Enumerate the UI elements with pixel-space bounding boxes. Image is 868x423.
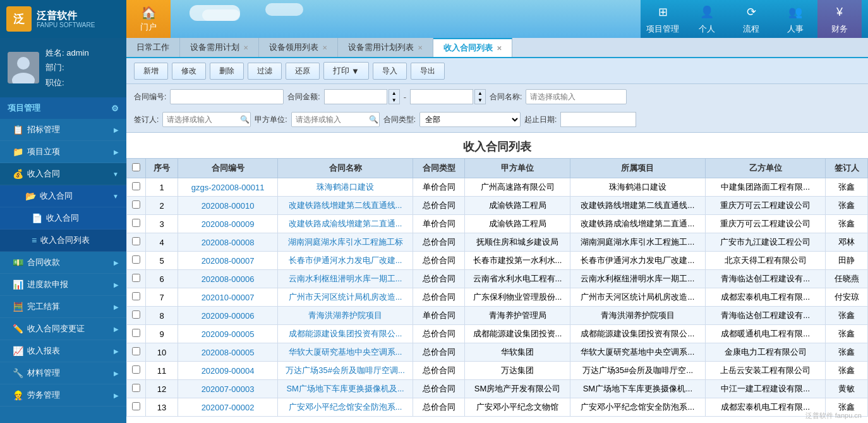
spin-down-2[interactable]: ▼: [475, 97, 485, 104]
cell-no[interactable]: 202008-00008: [178, 233, 278, 252]
cell-name[interactable]: 广安邓小平纪念馆安全防泡系...: [277, 398, 413, 417]
cell-no[interactable]: 202008-00005: [178, 343, 278, 362]
table-row[interactable]: 11 202009-00004 万达广场35#会所及咖啡厅空调... 总价合同 …: [127, 362, 868, 380]
row-checkbox[interactable]: [132, 219, 140, 227]
header-checkbox[interactable]: [132, 163, 140, 171]
cell-no[interactable]: gzgs-202008-00011: [178, 178, 278, 197]
table-row[interactable]: 5 202008-00007 长春市伊通河水力发电厂改建... 总价合同 长春市…: [127, 252, 868, 270]
signer-search-button[interactable]: 🔍: [240, 115, 250, 124]
nav-home-button[interactable]: 🏠 门户: [126, 0, 171, 38]
spin-up-2[interactable]: ▲: [475, 90, 485, 97]
cell-name[interactable]: 改建铁路线增建第二线直通线...: [277, 197, 413, 215]
spin-down[interactable]: ▼: [389, 97, 399, 104]
tab-equipment-plan[interactable]: 设备需用计划 ✕: [180, 38, 259, 57]
nav-finance[interactable]: ¥ 财务: [817, 0, 862, 38]
cell-no[interactable]: 202009-00004: [178, 362, 278, 380]
party-a-search-button[interactable]: 🔍: [369, 115, 378, 124]
contract-type-select[interactable]: 全部 单价合同 总价合同: [419, 112, 521, 127]
cell-no[interactable]: 202008-00010: [178, 197, 278, 215]
settings-icon[interactable]: ⚙: [111, 104, 119, 113]
add-button[interactable]: 新增: [134, 63, 168, 80]
row-checkbox[interactable]: [132, 292, 140, 300]
cell-no[interactable]: 202008-00006: [178, 270, 278, 288]
cell-name[interactable]: 青海洪湖养护院项目: [277, 307, 413, 325]
nav-personal[interactable]: 👤 个人: [685, 0, 729, 38]
contract-no-input[interactable]: [170, 89, 284, 104]
nav-flow[interactable]: ⟳ 流程: [729, 0, 773, 38]
table-row[interactable]: 9 202009-00005 成都能源建设集团投资有限公... 总价合同 成都能…: [127, 325, 868, 343]
export-button[interactable]: 导出: [411, 63, 445, 80]
row-checkbox[interactable]: [132, 255, 140, 264]
table-row[interactable]: 4 202008-00008 湖南洞庭湖水库引水工程施工标 总价合同 抚顺住房和…: [127, 233, 868, 252]
row-checkbox[interactable]: [132, 329, 140, 337]
sidebar-item-labor-mgmt[interactable]: 👷 劳务管理 ▶: [0, 384, 126, 407]
table-row[interactable]: 10 202008-00005 华软大厦研究基地中央空调系... 总价合同 华软…: [127, 343, 868, 362]
tab-equipment-plan-list[interactable]: 设备需用计划列表 ✕: [338, 38, 433, 57]
sidebar-item-income-contract[interactable]: 💰 收入合同 ▼: [0, 163, 126, 185]
date-input[interactable]: [560, 112, 636, 127]
cell-name[interactable]: 湖南洞庭湖水库引水工程施工标: [277, 233, 413, 252]
row-checkbox[interactable]: [132, 384, 140, 392]
sidebar-item-project-setup[interactable]: 📁 项目立项 ▶: [0, 141, 126, 163]
edit-button[interactable]: 修改: [172, 63, 206, 80]
amount-to-input[interactable]: [410, 89, 473, 104]
cell-no[interactable]: 202007-00003: [178, 380, 278, 398]
nav-hr[interactable]: 👥 人事: [773, 0, 817, 38]
import-button[interactable]: 导入: [373, 63, 407, 80]
cell-name[interactable]: 云南水利枢纽潜明水库一期工...: [277, 270, 413, 288]
sidebar-item-income-contract-sub2[interactable]: 📄 收入合同: [0, 207, 126, 230]
sidebar-item-final-account[interactable]: 🧮 完工结算 ▶: [0, 296, 126, 318]
row-checkbox[interactable]: [132, 402, 140, 410]
cell-name[interactable]: 广州市天河区统计局机房改造...: [277, 288, 413, 307]
tab-equipment-plan-list-close[interactable]: ✕: [418, 44, 423, 51]
row-checkbox[interactable]: [132, 200, 140, 209]
cell-name[interactable]: 长春市伊通河水力发电厂改建...: [277, 252, 413, 270]
cell-name[interactable]: 改建铁路成渝线增建第二直通...: [277, 215, 413, 233]
table-row[interactable]: 6 202008-00006 云南水利枢纽潜明水库一期工... 总价合同 云南省…: [127, 270, 868, 288]
sidebar-item-material-mgmt[interactable]: 🔧 材料管理 ▶: [0, 362, 126, 384]
cell-name[interactable]: 珠海鹤港口建设: [277, 178, 413, 197]
table-row[interactable]: 3 202008-00009 改建铁路成渝线增建第二直通... 单价合同 成渝铁…: [127, 215, 868, 233]
sidebar-item-progress-claim[interactable]: 📊 进度款申报 ▶: [0, 274, 126, 296]
cell-name[interactable]: 华软大厦研究基地中央空调系...: [277, 343, 413, 362]
amount-from-input[interactable]: [324, 89, 387, 104]
sidebar-item-income-report[interactable]: 📈 收入报表 ▶: [0, 340, 126, 362]
delete-button[interactable]: 删除: [210, 63, 244, 80]
sidebar-item-income-contract-sub1[interactable]: 📂 收入合同 ▼: [0, 185, 126, 207]
table-row[interactable]: 13 202007-00002 广安邓小平纪念馆安全防泡系... 总价合同 广安…: [127, 398, 868, 417]
tab-equipment-claim[interactable]: 设备领用列表 ✕: [259, 38, 338, 57]
tab-equipment-plan-close[interactable]: ✕: [243, 44, 248, 51]
table-row[interactable]: 8 202009-00006 青海洪湖养护院项目 单价合同 青海养护管理局 青海…: [127, 307, 868, 325]
contract-name-input[interactable]: [526, 89, 627, 104]
signer-input[interactable]: [162, 112, 251, 127]
cell-name[interactable]: 万达广场35#会所及咖啡厅空调...: [277, 362, 413, 380]
sidebar-item-income-contract-list[interactable]: ≡ 收入合同列表: [0, 230, 126, 252]
row-checkbox[interactable]: [132, 347, 140, 355]
party-a-input[interactable]: [291, 112, 380, 127]
table-row[interactable]: 12 202007-00003 SM广场地下车库更换摄像机及... 总价合同 S…: [127, 380, 868, 398]
cell-no[interactable]: 202008-00007: [178, 252, 278, 270]
cell-name[interactable]: 成都能源建设集团投资有限公...: [277, 325, 413, 343]
cell-name[interactable]: SM广场地下车库更换摄像机及...: [277, 380, 413, 398]
row-checkbox[interactable]: [132, 365, 140, 374]
nav-project[interactable]: ⊞ 项目管理: [641, 0, 685, 38]
filter-button[interactable]: 过滤: [248, 63, 282, 80]
tab-income-contract-list[interactable]: 收入合同列表 ✕: [433, 38, 512, 57]
print-button[interactable]: 打印 ▼: [323, 62, 369, 80]
cell-no[interactable]: 202010-00007: [178, 288, 278, 307]
row-checkbox[interactable]: [132, 274, 140, 282]
tab-income-contract-list-close[interactable]: ✕: [497, 45, 502, 52]
spin-up[interactable]: ▲: [389, 90, 399, 97]
cell-no[interactable]: 202009-00005: [178, 325, 278, 343]
cell-no[interactable]: 202009-00006: [178, 307, 278, 325]
row-checkbox[interactable]: [132, 182, 140, 190]
table-row[interactable]: 7 202010-00007 广州市天河区统计局机房改造... 总价合同 广东保…: [127, 288, 868, 307]
tab-daily[interactable]: 日常工作: [126, 38, 180, 57]
row-checkbox[interactable]: [132, 310, 140, 319]
tab-equipment-claim-close[interactable]: ✕: [322, 44, 327, 51]
row-checkbox[interactable]: [132, 237, 140, 245]
restore-button[interactable]: 还原: [286, 63, 320, 80]
table-row[interactable]: 1 gzgs-202008-00011 珠海鹤港口建设 单价合同 广州高速路有限…: [127, 178, 868, 197]
cell-no[interactable]: 202008-00009: [178, 215, 278, 233]
table-row[interactable]: 2 202008-00010 改建铁路线增建第二线直通线... 总价合同 成渝铁…: [127, 197, 868, 215]
